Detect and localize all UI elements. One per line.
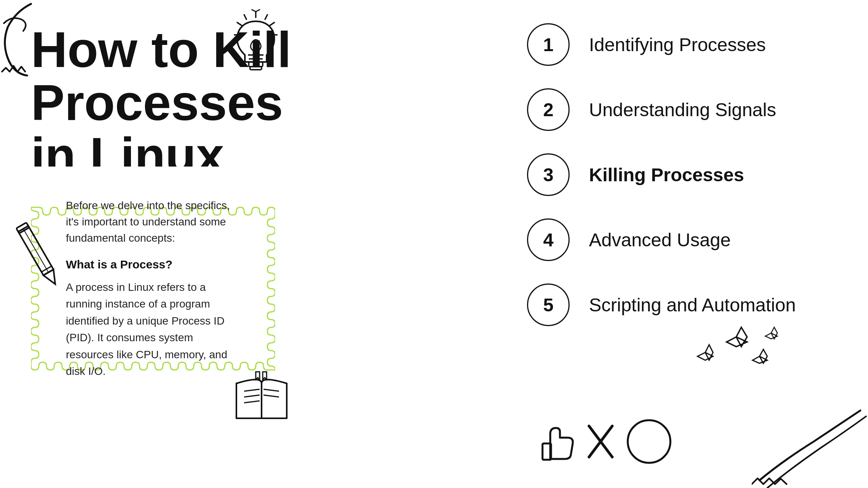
main-title-block: How to Kill Processes in Linux bbox=[31, 23, 333, 182]
circle-num-4: 4 bbox=[527, 218, 570, 261]
list-label-4: Advanced Usage bbox=[589, 229, 731, 251]
svg-line-22 bbox=[264, 395, 279, 397]
intro-paragraph: Before we delve into the specifics, it's… bbox=[66, 198, 240, 246]
list-item-3: 3 Killing Processes bbox=[527, 153, 829, 196]
num-5: 5 bbox=[543, 294, 554, 316]
numbered-list: 1 Identifying Processes 2 Understanding … bbox=[527, 23, 829, 349]
num-2: 2 bbox=[543, 99, 554, 120]
list-item-1: 1 Identifying Processes bbox=[527, 23, 829, 66]
svg-point-26 bbox=[628, 420, 670, 463]
list-label-3: Killing Processes bbox=[589, 164, 744, 186]
stars-decoration bbox=[682, 321, 783, 399]
svg-line-19 bbox=[244, 395, 260, 397]
svg-line-21 bbox=[264, 389, 279, 391]
svg-rect-14 bbox=[16, 223, 29, 234]
page-title: How to Kill Processes in Linux bbox=[31, 23, 333, 182]
what-is-title: What is a Process? bbox=[66, 258, 240, 271]
circle-num-1: 1 bbox=[527, 23, 570, 66]
svg-line-2 bbox=[256, 10, 260, 12]
svg-line-1 bbox=[252, 10, 256, 12]
info-box: Before we delve into the specifics, it's… bbox=[31, 167, 275, 411]
list-item-2: 2 Understanding Signals bbox=[527, 88, 829, 131]
process-description: A process in Linux refers to a running i… bbox=[66, 279, 240, 380]
num-1: 1 bbox=[543, 34, 554, 55]
bottom-icons-svg bbox=[535, 414, 682, 465]
num-3: 3 bbox=[543, 164, 554, 186]
list-label-5: Scripting and Automation bbox=[589, 294, 796, 316]
svg-line-5 bbox=[244, 15, 246, 19]
bottom-right-swoosh bbox=[752, 403, 868, 488]
list-item-5: 5 Scripting and Automation bbox=[527, 284, 829, 326]
list-label-2: Understanding Signals bbox=[589, 99, 776, 120]
svg-line-15 bbox=[23, 229, 48, 273]
list-item-4: 4 Advanced Usage bbox=[527, 218, 829, 261]
circle-num-2: 2 bbox=[527, 88, 570, 131]
info-box-content: Before we delve into the specifics, it's… bbox=[48, 182, 258, 395]
svg-line-20 bbox=[244, 401, 260, 403]
circle-num-5: 5 bbox=[527, 284, 570, 326]
svg-line-3 bbox=[265, 15, 267, 19]
icons-row-decoration bbox=[535, 414, 682, 465]
list-label-1: Identifying Processes bbox=[589, 34, 766, 55]
circle-num-3: 3 bbox=[527, 153, 570, 196]
num-4: 4 bbox=[543, 229, 554, 251]
